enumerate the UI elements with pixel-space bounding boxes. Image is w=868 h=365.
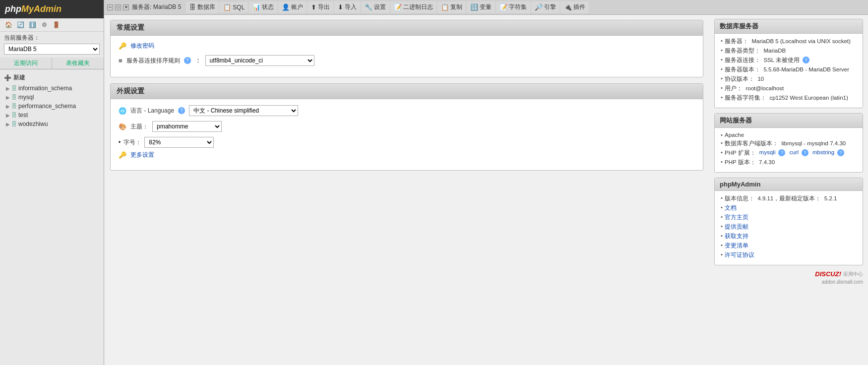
pma-changelog-link[interactable]: 变更清单 <box>725 242 748 249</box>
db-icon: 🗄 <box>11 94 17 100</box>
nav-replication-label: 复制 <box>450 3 462 11</box>
win-minimize[interactable]: ─ <box>107 4 113 10</box>
language-icon: 🌐 <box>119 107 126 115</box>
general-settings-header: 常规设置 <box>111 20 703 36</box>
mbstring-link[interactable]: mbstring <box>812 149 834 155</box>
ssl-help-icon[interactable]: ? <box>803 57 809 63</box>
language-label: 语言 - Language <box>130 107 174 115</box>
collation-icon: ≡ <box>119 57 123 64</box>
expander-icon: ▶ <box>6 113 10 118</box>
nav-databases[interactable]: 🗄 数据库 <box>186 1 219 13</box>
nav-engines[interactable]: 🔎 引擎 <box>531 1 559 13</box>
pma-homepage-link[interactable]: 官方主页 <box>725 214 748 221</box>
window-controls: ─ □ ✕ <box>107 4 129 10</box>
bookmarks-tab[interactable]: 表收藏夹 <box>52 58 104 69</box>
replication-icon: 📋 <box>441 3 449 11</box>
nav-export-label: 导出 <box>318 3 330 11</box>
pma-license-link[interactable]: 许可证协议 <box>725 251 754 259</box>
mysqli-help-icon[interactable]: ? <box>778 149 785 156</box>
web-server-header: 网站服务器 <box>715 114 863 128</box>
nav-plugins[interactable]: 🔌 插件 <box>560 1 589 13</box>
nav-databases-label: 数据库 <box>197 3 215 11</box>
key-icon: 🔑 <box>119 42 126 50</box>
tree-item-mysql[interactable]: ▶ 🗄 mysql <box>0 93 104 102</box>
import-icon: ⬇ <box>338 3 343 11</box>
nav-export[interactable]: ⬆ 导出 <box>308 1 333 13</box>
general-settings-box: 常规设置 🔑 修改密码 ≡ 服务器连接排序规则 ? ： utf8mb4_unic… <box>110 20 703 77</box>
nav-status[interactable]: 📊 状态 <box>249 1 277 13</box>
language-row: 🌐 语言 - Language ? 中文 - Chinese simplifie… <box>119 105 695 116</box>
web-server-apache: Apache <box>721 132 857 138</box>
db-server-version: 服务器版本： 5.5.68-MariaDB - MariaDB Server <box>721 66 857 73</box>
nav-sql[interactable]: 📋 SQL <box>220 2 248 12</box>
collation-select[interactable]: utf8mb4_unicode_ci <box>205 55 314 66</box>
sidebar-tree: ▶ 🗄 information_schema ▶ 🗄 mysql ▶ 🗄 per… <box>0 84 104 128</box>
theme-select[interactable]: pmahomme <box>152 121 222 132</box>
curl-help-icon[interactable]: ? <box>802 149 808 156</box>
server-select[interactable]: MariaDB 5 <box>4 44 100 55</box>
db-server-box: 数据库服务器 服务器： MariaDB 5 (Localhost via UNI… <box>714 19 863 108</box>
pma-license: 许可证协议 <box>721 251 857 259</box>
sql-icon: 📋 <box>223 3 231 11</box>
db-icon: 🗄 <box>11 121 17 127</box>
phpmyadmin-info-box: phpMyAdmin 版本信息： 4.9.11，最新稳定版本： 5.2.1 文档… <box>714 178 863 265</box>
nav-variables-label: 变量 <box>480 3 492 11</box>
recent-tab[interactable]: 近期访问 <box>0 58 52 69</box>
win-close[interactable]: ✕ <box>123 4 129 10</box>
appearance-settings-body: 🌐 语言 - Language ? 中文 - Chinese simplifie… <box>111 99 703 170</box>
font-select[interactable]: 82% <box>144 137 214 148</box>
home-icon[interactable]: 🏠 <box>4 20 13 29</box>
nav-settings[interactable]: 🔧 设置 <box>361 1 389 13</box>
tree-label: test <box>18 112 28 119</box>
pma-version: 版本信息： 4.9.11，最新稳定版本： 5.2.1 <box>721 195 857 202</box>
reload-icon[interactable]: 🔄 <box>16 20 25 29</box>
info-icon[interactable]: ℹ️ <box>28 20 37 29</box>
nav-charset[interactable]: 📝 字符集 <box>496 1 530 13</box>
nav-accounts-label: 账户 <box>291 3 303 11</box>
pma-support-link[interactable]: 获取支持 <box>725 233 748 240</box>
change-password-row: 🔑 修改密码 <box>119 42 695 50</box>
collation-label: 服务器连接排序规则 <box>126 57 180 65</box>
new-label: 新建 <box>13 73 25 82</box>
win-maximize[interactable]: □ <box>115 4 121 10</box>
collation-row: ≡ 服务器连接排序规则 ? ： utf8mb4_unicode_ci <box>119 55 695 66</box>
mysqli-link[interactable]: mysqli <box>759 149 776 155</box>
more-settings-link[interactable]: 更多设置 <box>130 151 154 159</box>
sidebar: phpMyAdmin 🏠 🔄 ℹ️ ⚙ 🚪 当前服务器： MariaDB 5 近… <box>0 0 104 365</box>
language-select[interactable]: 中文 - Chinese simplified <box>189 105 298 116</box>
nav-binlog[interactable]: 📝 二进制日志 <box>390 1 436 13</box>
web-server-box: 网站服务器 Apache 数据库客户端版本： libmysql - mysqln… <box>714 113 863 173</box>
accounts-icon: 👤 <box>282 3 290 11</box>
plugins-icon: 🔌 <box>564 3 572 11</box>
db-icon: 🗄 <box>11 112 17 118</box>
nav-variables[interactable]: 🔢 变量 <box>467 1 495 13</box>
web-server-php-version: PHP 版本： 7.4.30 <box>721 159 857 166</box>
exit-icon[interactable]: 🚪 <box>52 20 61 29</box>
tree-item-test[interactable]: ▶ 🗄 test <box>0 111 104 120</box>
charset-icon: 📝 <box>499 3 507 11</box>
change-password-link[interactable]: 修改密码 <box>130 42 154 50</box>
db-charset: 服务器字符集： cp1252 West European (latin1) <box>721 94 857 102</box>
nav-import[interactable]: ⬇ 导入 <box>334 1 360 13</box>
tree-item-wodezhiwu[interactable]: ▶ 🗄 wodezhiwu <box>0 120 104 128</box>
curl-link[interactable]: curl <box>789 149 799 155</box>
phpmyadmin-info-body: 版本信息： 4.9.11，最新稳定版本： 5.2.1 文档 官方主页 提供贡献 … <box>715 191 863 265</box>
language-help-icon[interactable]: ? <box>178 107 185 114</box>
pma-docs-link[interactable]: 文档 <box>725 204 737 212</box>
collation-help-icon[interactable]: ? <box>184 57 191 64</box>
tree-item-information-schema[interactable]: ▶ 🗄 information_schema <box>0 84 104 93</box>
new-button[interactable]: ➕ 新建 <box>0 71 104 84</box>
phpmyadmin-info-header: phpMyAdmin <box>715 178 863 191</box>
nav-replication[interactable]: 📋 复制 <box>437 1 466 13</box>
pma-contribute-link[interactable]: 提供贡献 <box>725 223 748 231</box>
appearance-settings-header: 外观设置 <box>111 84 703 99</box>
db-server-header: 数据库服务器 <box>715 19 863 34</box>
db-server-host: 服务器： MariaDB 5 (Localhost via UNIX socke… <box>721 38 857 45</box>
topbar: ─ □ ✕ 服务器: MariaDB 5 🗄 数据库 📋 SQL 📊 状态 👤 … <box>104 0 868 15</box>
mbstring-help-icon[interactable]: ? <box>837 149 844 156</box>
tree-item-performance-schema[interactable]: ▶ 🗄 performance_schema <box>0 102 104 111</box>
nav-accounts[interactable]: 👤 账户 <box>278 1 307 13</box>
discuz-area: DISCUZ! 应用中心 addon.dismall.com <box>714 270 863 285</box>
app-logo: phpMyAdmin <box>0 0 104 18</box>
settings-icon[interactable]: ⚙ <box>40 20 49 29</box>
